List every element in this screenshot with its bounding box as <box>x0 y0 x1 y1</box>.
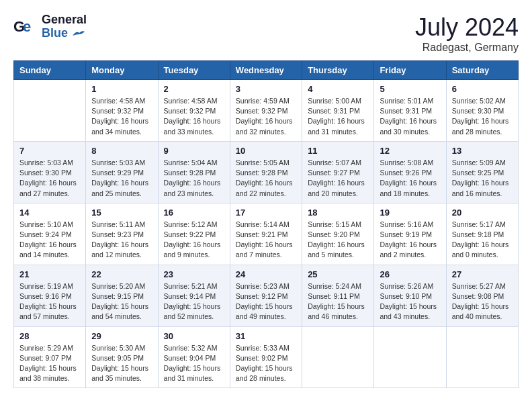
day-number: 8 <box>91 146 152 156</box>
day-number: 23 <box>164 269 224 279</box>
calendar-table: SundayMondayTuesdayWednesdayThursdayFrid… <box>13 60 519 388</box>
calendar-cell <box>302 326 374 388</box>
day-detail: Sunrise: 5:24 AM Sunset: 9:11 PM Dayligh… <box>308 281 368 322</box>
day-number: 7 <box>19 146 80 156</box>
title-block: July 2024 Radegast, Germany <box>415 13 519 54</box>
day-detail: Sunrise: 5:03 AM Sunset: 9:29 PM Dayligh… <box>91 158 152 199</box>
header-monday: Monday <box>86 61 158 80</box>
day-number: 18 <box>308 208 368 218</box>
calendar-week-4: 21Sunrise: 5:19 AM Sunset: 9:16 PM Dayli… <box>14 265 519 326</box>
calendar-cell: 8Sunrise: 5:03 AM Sunset: 9:29 PM Daylig… <box>86 141 158 203</box>
calendar-cell: 26Sunrise: 5:26 AM Sunset: 9:10 PM Dayli… <box>374 265 446 326</box>
calendar-cell: 28Sunrise: 5:29 AM Sunset: 9:07 PM Dayli… <box>14 326 86 388</box>
logo: G e General Blue <box>13 13 87 40</box>
day-number: 21 <box>19 269 80 279</box>
day-number: 15 <box>91 208 152 218</box>
day-number: 19 <box>380 208 440 218</box>
day-detail: Sunrise: 5:20 AM Sunset: 9:15 PM Dayligh… <box>91 281 152 322</box>
calendar-cell: 25Sunrise: 5:24 AM Sunset: 9:11 PM Dayli… <box>302 265 374 326</box>
calendar-cell: 6Sunrise: 5:02 AM Sunset: 9:30 PM Daylig… <box>446 80 518 142</box>
day-detail: Sunrise: 5:04 AM Sunset: 9:28 PM Dayligh… <box>164 158 224 199</box>
header-tuesday: Tuesday <box>158 61 230 80</box>
page-header: G e General Blue July 2024 Radegast, Ger… <box>13 13 519 54</box>
calendar-cell: 5Sunrise: 5:01 AM Sunset: 9:31 PM Daylig… <box>374 80 446 142</box>
day-detail: Sunrise: 5:03 AM Sunset: 9:30 PM Dayligh… <box>19 158 80 199</box>
calendar-cell: 30Sunrise: 5:32 AM Sunset: 9:04 PM Dayli… <box>158 326 230 388</box>
month-title: July 2024 <box>415 13 519 42</box>
day-number: 1 <box>91 84 152 94</box>
day-detail: Sunrise: 5:10 AM Sunset: 9:24 PM Dayligh… <box>19 220 80 261</box>
day-number: 17 <box>236 208 296 218</box>
calendar-cell: 12Sunrise: 5:08 AM Sunset: 9:26 PM Dayli… <box>374 141 446 203</box>
day-detail: Sunrise: 5:27 AM Sunset: 9:08 PM Dayligh… <box>452 281 513 322</box>
svg-text:e: e <box>23 18 31 35</box>
day-detail: Sunrise: 5:02 AM Sunset: 9:30 PM Dayligh… <box>452 96 513 137</box>
logo-blue: Blue <box>42 27 87 40</box>
logo-general: General <box>42 13 87 27</box>
day-number: 5 <box>380 84 440 94</box>
day-number: 25 <box>308 269 368 279</box>
header-friday: Friday <box>374 61 446 80</box>
day-detail: Sunrise: 5:21 AM Sunset: 9:14 PM Dayligh… <box>164 281 224 322</box>
day-detail: Sunrise: 4:58 AM Sunset: 9:32 PM Dayligh… <box>164 96 224 137</box>
day-number: 12 <box>380 146 440 156</box>
location: Radegast, Germany <box>415 42 519 54</box>
calendar-cell: 21Sunrise: 5:19 AM Sunset: 9:16 PM Dayli… <box>14 265 86 326</box>
day-detail: Sunrise: 5:17 AM Sunset: 9:18 PM Dayligh… <box>452 220 513 261</box>
calendar-cell: 1Sunrise: 4:58 AM Sunset: 9:32 PM Daylig… <box>86 80 158 142</box>
calendar-cell: 9Sunrise: 5:04 AM Sunset: 9:28 PM Daylig… <box>158 141 230 203</box>
day-number: 10 <box>236 146 296 156</box>
day-detail: Sunrise: 5:30 AM Sunset: 9:05 PM Dayligh… <box>91 343 152 384</box>
day-detail: Sunrise: 4:59 AM Sunset: 9:32 PM Dayligh… <box>236 96 296 137</box>
calendar-week-2: 7Sunrise: 5:03 AM Sunset: 9:30 PM Daylig… <box>14 141 519 203</box>
day-number: 14 <box>19 208 80 218</box>
day-number: 11 <box>308 146 368 156</box>
calendar-cell: 29Sunrise: 5:30 AM Sunset: 9:05 PM Dayli… <box>86 326 158 388</box>
calendar-cell: 14Sunrise: 5:10 AM Sunset: 9:24 PM Dayli… <box>14 203 86 265</box>
day-number: 26 <box>380 269 440 279</box>
day-detail: Sunrise: 5:29 AM Sunset: 9:07 PM Dayligh… <box>19 343 80 384</box>
calendar-cell: 16Sunrise: 5:12 AM Sunset: 9:22 PM Dayli… <box>158 203 230 265</box>
day-detail: Sunrise: 5:32 AM Sunset: 9:04 PM Dayligh… <box>164 343 224 384</box>
day-number: 4 <box>308 84 368 94</box>
calendar-cell: 31Sunrise: 5:33 AM Sunset: 9:02 PM Dayli… <box>230 326 302 388</box>
day-detail: Sunrise: 5:09 AM Sunset: 9:25 PM Dayligh… <box>452 158 513 199</box>
calendar-cell: 13Sunrise: 5:09 AM Sunset: 9:25 PM Dayli… <box>446 141 518 203</box>
calendar-cell: 27Sunrise: 5:27 AM Sunset: 9:08 PM Dayli… <box>446 265 518 326</box>
calendar-cell: 7Sunrise: 5:03 AM Sunset: 9:30 PM Daylig… <box>14 141 86 203</box>
day-number: 29 <box>91 331 152 341</box>
day-detail: Sunrise: 4:58 AM Sunset: 9:32 PM Dayligh… <box>91 96 152 137</box>
calendar-cell: 4Sunrise: 5:00 AM Sunset: 9:31 PM Daylig… <box>302 80 374 142</box>
header-thursday: Thursday <box>302 61 374 80</box>
day-detail: Sunrise: 5:33 AM Sunset: 9:02 PM Dayligh… <box>236 343 296 384</box>
day-number: 20 <box>452 208 513 218</box>
calendar-week-1: 1Sunrise: 4:58 AM Sunset: 9:32 PM Daylig… <box>14 80 519 142</box>
calendar-cell: 18Sunrise: 5:15 AM Sunset: 9:20 PM Dayli… <box>302 203 374 265</box>
header-wednesday: Wednesday <box>230 61 302 80</box>
day-detail: Sunrise: 5:23 AM Sunset: 9:12 PM Dayligh… <box>236 281 296 322</box>
day-number: 27 <box>452 269 513 279</box>
calendar-week-5: 28Sunrise: 5:29 AM Sunset: 9:07 PM Dayli… <box>14 326 519 388</box>
day-detail: Sunrise: 5:11 AM Sunset: 9:23 PM Dayligh… <box>91 220 152 261</box>
day-detail: Sunrise: 5:12 AM Sunset: 9:22 PM Dayligh… <box>164 220 224 261</box>
header-saturday: Saturday <box>446 61 518 80</box>
day-detail: Sunrise: 5:05 AM Sunset: 9:28 PM Dayligh… <box>236 158 296 199</box>
day-detail: Sunrise: 5:08 AM Sunset: 9:26 PM Dayligh… <box>380 158 440 199</box>
day-number: 6 <box>452 84 513 94</box>
calendar-cell: 20Sunrise: 5:17 AM Sunset: 9:18 PM Dayli… <box>446 203 518 265</box>
calendar-cell <box>446 326 518 388</box>
calendar-week-3: 14Sunrise: 5:10 AM Sunset: 9:24 PM Dayli… <box>14 203 519 265</box>
day-detail: Sunrise: 5:01 AM Sunset: 9:31 PM Dayligh… <box>380 96 440 137</box>
day-number: 22 <box>91 269 152 279</box>
calendar-cell: 15Sunrise: 5:11 AM Sunset: 9:23 PM Dayli… <box>86 203 158 265</box>
logo-bird-icon <box>71 29 86 38</box>
calendar-cell: 17Sunrise: 5:14 AM Sunset: 9:21 PM Dayli… <box>230 203 302 265</box>
day-number: 28 <box>19 331 80 341</box>
calendar-cell: 24Sunrise: 5:23 AM Sunset: 9:12 PM Dayli… <box>230 265 302 326</box>
day-number: 9 <box>164 146 224 156</box>
day-number: 13 <box>452 146 513 156</box>
calendar-cell <box>374 326 446 388</box>
calendar-cell: 10Sunrise: 5:05 AM Sunset: 9:28 PM Dayli… <box>230 141 302 203</box>
day-number: 31 <box>236 331 296 341</box>
day-detail: Sunrise: 5:14 AM Sunset: 9:21 PM Dayligh… <box>236 220 296 261</box>
